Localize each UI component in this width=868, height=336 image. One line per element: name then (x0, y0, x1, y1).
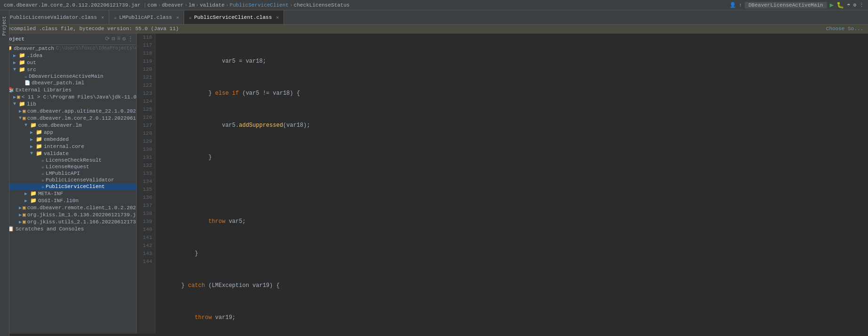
choose-source-button[interactable]: Choose So... (826, 26, 863, 32)
ln-130: 130 (139, 146, 152, 154)
tab-public-license-validator[interactable]: ☕ PublicLicenseValidator.class ✕ (0, 10, 109, 24)
sidebar-item-license-check-result[interactable]: ▶ ☕ LicenseCheckResult (0, 157, 136, 164)
ln-123: 123 (139, 90, 152, 98)
sidebar-item-osgi[interactable]: ▶ 📁 OSGI-INF.l10n (0, 197, 136, 204)
ln-138: 138 (139, 210, 152, 218)
more-sidebar-icon[interactable]: ⋮ (128, 35, 133, 42)
tab-public-service-client[interactable]: ☕ PublicServiceClient.class ✕ (184, 10, 284, 24)
ext-libs-label: External Libraries (16, 87, 72, 93)
dbeaver-lm-icon: ▣ (23, 115, 26, 121)
debug-button[interactable]: 🐛 (836, 1, 844, 9)
jdk-arrow: ▶ (13, 94, 16, 100)
settings-icon[interactable]: ⚙ (853, 2, 856, 8)
out-label: out (27, 60, 36, 66)
sidebar-item-internal-core[interactable]: ▶ 📁 internal.core (0, 143, 136, 150)
sidebar-item-embedded[interactable]: ▶ 📁 embedded (0, 136, 136, 143)
sidebar-item-dbeaver-main[interactable]: ▶ ☕ DBeaverLicenseActiveMain (0, 73, 136, 80)
com-dbeaver-lm-label: com.dbeaver.lm (38, 123, 81, 128)
code-text-122: } (168, 250, 198, 258)
breadcrumb-com: com (147, 2, 157, 8)
sidebar-item-lib[interactable]: ▼ 📁 lib (0, 100, 136, 107)
tab-lm-public-api[interactable]: ☕ LMPublicAPI.class ✕ (109, 10, 184, 24)
lib-label: lib (27, 101, 36, 107)
dbeaver-app-arrow: ▶ (19, 108, 22, 114)
jkiss-utils-icon: ▣ (23, 219, 26, 225)
tab-close-2[interactable]: ✕ (176, 15, 179, 20)
meta-folder: 📁 (30, 190, 37, 197)
com-dbeaver-lm-arrow: ▼ (24, 123, 29, 128)
com-dbeaver-lm-folder: 📁 (30, 122, 37, 128)
gutter-120 (160, 186, 168, 194)
code-text-124: throw var19; (168, 314, 235, 322)
sync-icon[interactable]: ⟳ (105, 35, 110, 42)
ln-129: 129 (139, 138, 152, 146)
sidebar-item-ext-libs[interactable]: ▼ 📚 External Libraries (0, 86, 136, 93)
sidebar-item-lm-public-api[interactable]: ▶ ☕ LMPublicAPI (0, 170, 136, 177)
update-icon: ↑ (739, 2, 742, 8)
sep3: › (196, 2, 199, 8)
sidebar-item-com-dbeaver-lm[interactable]: ▼ 📁 com.dbeaver.lm (0, 122, 136, 129)
psc-label: PublicServiceClient (46, 184, 105, 189)
jkiss-lm-icon: ▣ (23, 212, 26, 218)
sidebar-item-root[interactable]: ▼ 📁 dbeaver_patch C:\Users\foxco\IdeaPro… (0, 45, 136, 52)
idea-arrow: ▶ (13, 53, 18, 58)
code-line-116: var5 = var18; (160, 57, 868, 66)
code-lines[interactable]: var5 = var18; } else if (var5 != var18) … (155, 33, 868, 334)
sidebar-item-remote-client[interactable]: ▶ ▣ com.dbeaver.remote.client_1.0.2.2022… (0, 204, 136, 211)
validate-arrow: ▼ (30, 151, 35, 156)
collapse-icon[interactable]: ⊟ (112, 35, 115, 42)
coverage-icon[interactable]: ☂ (847, 1, 850, 8)
run-button[interactable]: ▶ (830, 1, 834, 9)
osgi-folder: 📁 (30, 197, 37, 204)
ln-122: 122 (139, 82, 152, 90)
sidebar-item-scratches[interactable]: ▶ 📋 Scratches and Consoles (0, 225, 136, 232)
ln-127: 127 (139, 122, 152, 130)
sidebar-item-license-request[interactable]: ▶ ☕ LicenseRequest (0, 164, 136, 170)
sidebar-item-dbeaver-lm[interactable]: ▼ ▣ com.dbeaver.lm.core_2.0.112.20220612… (0, 115, 136, 122)
lcr-label: LicenseCheckResult (46, 157, 102, 163)
jkiss-utils-arrow: ▶ (19, 219, 22, 225)
app-arrow: ▶ (30, 130, 35, 135)
out-folder-icon: 📁 (19, 59, 25, 66)
tab-label-1: PublicLicenseValidator.class (10, 15, 97, 20)
sidebar-item-app[interactable]: ▶ 📁 app (0, 129, 136, 136)
sidebar-item-dbeaver-app[interactable]: ▶ ▣ com.dbeaver.app.ultimate_22.1.0.2022… (0, 107, 136, 115)
jkiss-utils-label: org.jkiss.utils_2.1.166.202206121739.jar (27, 219, 136, 225)
sidebar-item-public-license-validator[interactable]: ▶ ☕ PublicLicenseValidator (0, 177, 136, 183)
code-content: 116 117 118 119 120 121 122 123 124 125 … (137, 33, 868, 334)
ln-139: 139 (139, 218, 152, 226)
ln-117: 117 (139, 41, 152, 49)
sidebar-item-validate[interactable]: ▼ 📁 validate (0, 150, 136, 157)
tab-close-3[interactable]: ✕ (276, 15, 279, 20)
sidebar-item-iml[interactable]: ▶ 📄 dbeaver_patch.iml (0, 80, 136, 86)
breadcrumb-lm: lm (188, 2, 195, 8)
sidebar-item-jdk[interactable]: ▶ ▣ < 11 > C:\Program Files\Java\jdk-11.… (0, 93, 136, 100)
code-text-116: var5 = var18; (168, 57, 266, 66)
sidebar-item-src[interactable]: ▼ 📁 src (0, 66, 136, 73)
sidebar-item-idea[interactable]: ▶ 📁 .idea (0, 52, 136, 59)
sidebar-item-jkiss-lm[interactable]: ▶ ▣ org.jkiss.lm_1.0.136.202206121739.ja… (0, 211, 136, 218)
sidebar-item-meta-inf[interactable]: ▶ 📁 META-INF (0, 190, 136, 197)
run-config-label[interactable]: DBeaverLicenseActiveMain (745, 2, 827, 8)
code-text-123: } catch (LMException var19) { (168, 282, 280, 290)
sidebar-item-jkiss-utils[interactable]: ▶ ▣ org.jkiss.utils_2.1.166.202206121739… (0, 218, 136, 225)
src-folder-icon: 📁 (19, 66, 25, 73)
project-tab[interactable]: Project (2, 14, 7, 38)
main-layout: Project ⟳ ⊟ ≡ ⚙ ⋮ ▼ 📁 dbeaver_patch C:\U… (0, 33, 868, 334)
root-label: dbeaver_patch (14, 46, 54, 51)
filter-icon[interactable]: ≡ (117, 35, 121, 42)
sidebar-item-public-service-client[interactable]: ▶ ☕ PublicServiceClient (0, 183, 136, 190)
embedded-folder-icon: 📁 (36, 136, 42, 142)
embedded-label: embedded (44, 137, 69, 142)
ln-132: 132 (139, 162, 152, 170)
tab-close-1[interactable]: ✕ (101, 15, 104, 20)
code-text-121: throw var5; (168, 218, 246, 226)
osgi-label: OSGI-INF.l10n (38, 198, 79, 204)
gutter-123 (160, 282, 168, 290)
sidebar-item-out[interactable]: ▶ 📁 out (0, 59, 136, 66)
more-icon[interactable]: ⋮ (859, 2, 864, 8)
sidebar-header: Project ⟳ ⊟ ≡ ⚙ ⋮ (0, 33, 136, 45)
idea-folder-icon: 📁 (19, 52, 25, 58)
gutter-119 (160, 154, 168, 162)
gear-icon[interactable]: ⚙ (122, 35, 126, 42)
